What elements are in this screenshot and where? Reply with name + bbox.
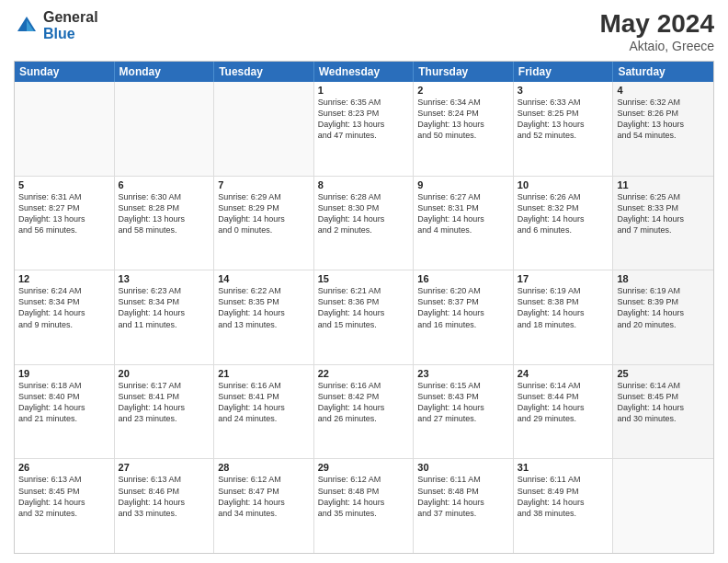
cal-empty-cell — [214, 82, 314, 176]
cell-info-line: Daylight: 14 hours — [119, 307, 210, 318]
cell-info-line: and 13 minutes. — [218, 319, 310, 330]
day-number: 22 — [318, 368, 410, 379]
cal-day-14: 14Sunrise: 6:22 AMSunset: 8:35 PMDayligh… — [214, 270, 314, 364]
cal-header-friday: Friday — [514, 62, 614, 82]
cal-week-3: 12Sunrise: 6:24 AMSunset: 8:34 PMDayligh… — [15, 270, 713, 365]
cell-info-line: Daylight: 13 hours — [318, 119, 410, 130]
cell-info-line: Sunset: 8:36 PM — [318, 296, 410, 307]
cell-info-line: Daylight: 14 hours — [318, 307, 410, 318]
cell-info-line: Sunset: 8:49 PM — [518, 486, 609, 497]
cell-info-line: Sunset: 8:47 PM — [218, 486, 310, 497]
cell-info-line: Sunset: 8:29 PM — [218, 202, 310, 213]
cell-info-line: Daylight: 14 hours — [417, 402, 509, 413]
cell-info-line: Sunrise: 6:34 AM — [417, 97, 509, 108]
cal-day-23: 23Sunrise: 6:15 AMSunset: 8:43 PMDayligh… — [414, 365, 514, 459]
day-number: 4 — [617, 85, 710, 96]
day-number: 5 — [18, 179, 110, 190]
cal-day-27: 27Sunrise: 6:13 AMSunset: 8:46 PMDayligh… — [115, 459, 215, 553]
cal-empty-cell — [115, 82, 215, 176]
day-number: 1 — [318, 85, 410, 96]
header: General Blue May 2024 Aktaio, Greece — [14, 9, 714, 53]
cell-info-line: Daylight: 14 hours — [518, 307, 609, 318]
cal-day-25: 25Sunrise: 6:14 AMSunset: 8:45 PMDayligh… — [613, 365, 713, 459]
day-number: 14 — [218, 273, 310, 284]
cal-empty-cell — [15, 82, 115, 176]
cell-info-line: Sunset: 8:26 PM — [617, 108, 710, 119]
cell-info-line: Daylight: 14 hours — [318, 402, 410, 413]
cal-day-2: 2Sunrise: 6:34 AMSunset: 8:24 PMDaylight… — [414, 82, 514, 176]
cell-info-line: and 21 minutes. — [18, 413, 110, 424]
day-number: 12 — [18, 273, 110, 284]
cell-info-line: Daylight: 14 hours — [617, 402, 710, 413]
day-number: 18 — [617, 273, 710, 284]
cell-info-line: and 23 minutes. — [119, 413, 210, 424]
cell-info-line: Sunrise: 6:23 AM — [119, 285, 210, 296]
cell-info-line: and 30 minutes. — [617, 413, 710, 424]
cal-day-26: 26Sunrise: 6:13 AMSunset: 8:45 PMDayligh… — [15, 459, 115, 553]
cell-info-line: Daylight: 14 hours — [318, 213, 410, 224]
cell-info-line: Sunset: 8:23 PM — [318, 108, 410, 119]
cal-day-4: 4Sunrise: 6:32 AMSunset: 8:26 PMDaylight… — [613, 82, 713, 176]
cal-day-22: 22Sunrise: 6:16 AMSunset: 8:42 PMDayligh… — [314, 365, 415, 459]
day-number: 24 — [518, 368, 609, 379]
day-number: 28 — [218, 462, 310, 473]
day-number: 30 — [417, 462, 509, 473]
day-number: 27 — [119, 462, 210, 473]
cell-info-line: and 37 minutes. — [417, 508, 509, 519]
cal-day-31: 31Sunrise: 6:11 AMSunset: 8:49 PMDayligh… — [514, 459, 614, 553]
cal-day-28: 28Sunrise: 6:12 AMSunset: 8:47 PMDayligh… — [214, 459, 314, 553]
day-number: 7 — [218, 179, 310, 190]
cell-info-line: Sunset: 8:28 PM — [119, 202, 210, 213]
cal-day-10: 10Sunrise: 6:26 AMSunset: 8:32 PMDayligh… — [514, 177, 614, 270]
cell-info-line: Sunrise: 6:29 AM — [218, 191, 310, 202]
cell-info-line: Sunrise: 6:14 AM — [518, 380, 609, 391]
cell-info-line: Sunset: 8:48 PM — [417, 486, 509, 497]
cell-info-line: Daylight: 13 hours — [18, 213, 110, 224]
cell-info-line: Sunrise: 6:31 AM — [18, 191, 110, 202]
cell-info-line: and 58 minutes. — [119, 224, 210, 236]
cal-day-30: 30Sunrise: 6:11 AMSunset: 8:48 PMDayligh… — [414, 459, 514, 553]
cal-day-13: 13Sunrise: 6:23 AMSunset: 8:34 PMDayligh… — [115, 270, 215, 364]
cell-info-line: and 6 minutes. — [518, 224, 609, 236]
cell-info-line: Sunrise: 6:13 AM — [119, 474, 210, 485]
cal-day-29: 29Sunrise: 6:12 AMSunset: 8:48 PMDayligh… — [314, 459, 415, 553]
cell-info-line: and 34 minutes. — [218, 508, 310, 519]
day-number: 16 — [417, 273, 509, 284]
cell-info-line: Sunrise: 6:11 AM — [417, 474, 509, 485]
day-number: 6 — [119, 179, 210, 190]
cell-info-line: Sunset: 8:33 PM — [617, 202, 710, 213]
cell-info-line: Sunrise: 6:16 AM — [318, 380, 410, 391]
cell-info-line: and 32 minutes. — [18, 508, 110, 519]
cell-info-line: Sunrise: 6:24 AM — [18, 285, 110, 296]
cell-info-line: Sunrise: 6:17 AM — [119, 380, 210, 391]
cal-day-6: 6Sunrise: 6:30 AMSunset: 8:28 PMDaylight… — [115, 177, 215, 270]
cell-info-line: Daylight: 14 hours — [417, 497, 509, 508]
cell-info-line: and 16 minutes. — [417, 319, 509, 330]
logo: General Blue — [14, 9, 98, 41]
cell-info-line: Sunset: 8:48 PM — [318, 486, 410, 497]
cal-week-2: 5Sunrise: 6:31 AMSunset: 8:27 PMDaylight… — [15, 177, 713, 271]
cal-week-4: 19Sunrise: 6:18 AMSunset: 8:40 PMDayligh… — [15, 365, 713, 460]
cal-day-18: 18Sunrise: 6:19 AMSunset: 8:39 PMDayligh… — [613, 270, 713, 364]
cell-info-line: and 15 minutes. — [318, 319, 410, 330]
cell-info-line: Daylight: 14 hours — [18, 402, 110, 413]
day-number: 11 — [617, 179, 710, 190]
logo-icon — [14, 13, 40, 39]
cal-day-19: 19Sunrise: 6:18 AMSunset: 8:40 PMDayligh… — [15, 365, 115, 459]
cell-info-line: Daylight: 14 hours — [417, 213, 509, 224]
cell-info-line: Sunset: 8:41 PM — [119, 391, 210, 402]
title-block: May 2024 Aktaio, Greece — [599, 9, 714, 53]
cell-info-line: Sunrise: 6:35 AM — [318, 97, 410, 108]
cal-day-20: 20Sunrise: 6:17 AMSunset: 8:41 PMDayligh… — [115, 365, 215, 459]
cell-info-line: Daylight: 13 hours — [417, 119, 509, 130]
cell-info-line: Sunset: 8:34 PM — [119, 296, 210, 307]
cell-info-line: Sunset: 8:41 PM — [218, 391, 310, 402]
cell-info-line: and 29 minutes. — [518, 413, 609, 424]
cal-day-24: 24Sunrise: 6:14 AMSunset: 8:44 PMDayligh… — [514, 365, 614, 459]
day-number: 10 — [518, 179, 609, 190]
day-number: 13 — [119, 273, 210, 284]
cal-day-7: 7Sunrise: 6:29 AMSunset: 8:29 PMDaylight… — [214, 177, 314, 270]
cal-header-monday: Monday — [115, 62, 215, 82]
cal-week-1: 1Sunrise: 6:35 AMSunset: 8:23 PMDaylight… — [15, 82, 713, 177]
cell-info-line: Daylight: 14 hours — [18, 307, 110, 318]
